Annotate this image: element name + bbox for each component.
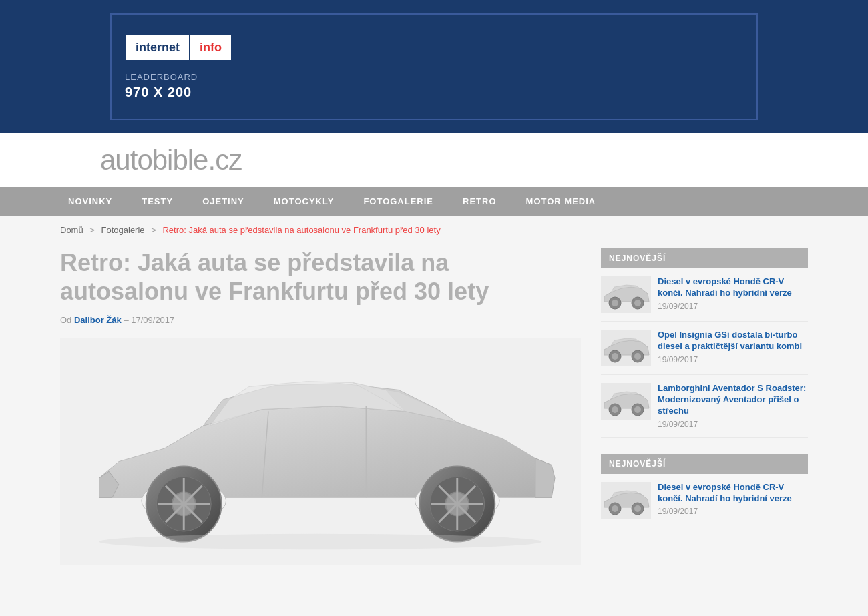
sidebar-news-content-2: Opel Insignia GSi dostala bi-turbo diese… bbox=[658, 330, 808, 364]
breadcrumb-gallery[interactable]: Fotogalerie bbox=[101, 225, 145, 235]
main-nav: NOVINKY TESTY OJETINY MOTOCYKLY FOTOGALE… bbox=[0, 187, 868, 216]
nav-item-novinky[interactable]: NOVINKY bbox=[53, 187, 127, 216]
sidebar-news-item-1: Diesel v evropské Hondě CR-V končí. Nahr… bbox=[601, 268, 808, 322]
sidebar-news-item-4: Diesel v evropské Hondě CR-V končí. Nahr… bbox=[601, 474, 808, 527]
sidebar-thumb-1 bbox=[601, 276, 651, 313]
site-title-text: autobible bbox=[100, 144, 208, 176]
breadcrumb-current: Retro: Jaká auta se představila na autos… bbox=[162, 225, 440, 235]
site-header: autobible.cz bbox=[0, 133, 868, 187]
logo-internet: internet bbox=[125, 34, 190, 61]
sidebar-section-2: NEJNOVĚJŠÍ bbox=[601, 454, 808, 527]
sidebar-news-date-4: 19/09/2017 bbox=[658, 507, 808, 516]
breadcrumb-home[interactable]: Domů bbox=[60, 225, 83, 235]
article-car-image bbox=[60, 338, 581, 565]
article-date: 17/09/2017 bbox=[131, 315, 174, 325]
nav-item-testy[interactable]: TESTY bbox=[127, 187, 188, 216]
sidebar-news-content-4: Diesel v evropské Hondě CR-V končí. Nahr… bbox=[658, 482, 808, 517]
page-layout: Retro: Jaká auta se představila na autos… bbox=[60, 242, 808, 579]
sidebar-heading-2: NEJNOVĚJŠÍ bbox=[601, 454, 808, 474]
sidebar-news-content-3: Lamborghini Aventador S Roadster: Modern… bbox=[658, 383, 808, 429]
breadcrumb-sep2: > bbox=[151, 225, 156, 235]
sidebar-news-title-3[interactable]: Lamborghini Aventador S Roadster: Modern… bbox=[658, 383, 808, 417]
sidebar-news-date-1: 19/09/2017 bbox=[658, 302, 808, 311]
sidebar-news-title-4[interactable]: Diesel v evropské Hondě CR-V končí. Nahr… bbox=[658, 482, 808, 505]
nav-item-motocykly[interactable]: MOTOCYKLY bbox=[259, 187, 349, 216]
nav-item-motor-media[interactable]: MOTOR MEDIA bbox=[511, 187, 611, 216]
ad-logo: internet info bbox=[125, 34, 743, 61]
sidebar-news-content-1: Diesel v evropské Hondě CR-V končí. Nahr… bbox=[658, 276, 808, 311]
ad-banner: internet info LEADERBOARD 970 X 200 bbox=[0, 0, 868, 133]
site-title-suffix: .cz bbox=[208, 144, 242, 176]
article-meta-prefix: Od bbox=[60, 315, 71, 325]
svg-point-23 bbox=[634, 300, 641, 306]
svg-point-18 bbox=[99, 534, 542, 549]
svg-point-21 bbox=[612, 300, 618, 306]
sidebar-thumb-3 bbox=[601, 383, 651, 420]
svg-point-38 bbox=[634, 505, 641, 512]
ad-label: LEADERBOARD bbox=[125, 72, 743, 82]
nav-item-ojetiny[interactable]: OJETINY bbox=[188, 187, 259, 216]
sidebar-news-date-3: 19/09/2017 bbox=[658, 420, 808, 429]
article-meta: Od Dalibor Žák – 17/09/2017 bbox=[60, 315, 581, 325]
sidebar-heading-1: NEJNOVĚJŠÍ bbox=[601, 248, 808, 268]
sidebar: NEJNOVĚJŠÍ bbox=[601, 248, 808, 565]
main-article: Retro: Jaká auta se představila na autos… bbox=[60, 248, 581, 565]
article-title: Retro: Jaká auta se představila na autos… bbox=[60, 248, 581, 306]
sidebar-section-1: NEJNOVĚJŠÍ bbox=[601, 248, 808, 438]
svg-point-26 bbox=[612, 353, 618, 360]
sidebar-news-title-1[interactable]: Diesel v evropské Hondě CR-V končí. Nahr… bbox=[658, 276, 808, 299]
ad-size: 970 X 200 bbox=[125, 85, 743, 100]
svg-point-31 bbox=[612, 406, 618, 413]
svg-point-28 bbox=[634, 353, 641, 360]
sidebar-news-date-2: 19/09/2017 bbox=[658, 355, 808, 364]
svg-point-33 bbox=[634, 406, 641, 413]
ad-inner: internet info LEADERBOARD 970 X 200 bbox=[110, 13, 758, 120]
nav-item-fotogalerie[interactable]: FOTOGALERIE bbox=[349, 187, 448, 216]
sidebar-thumb-2 bbox=[601, 330, 651, 366]
nav-item-retro[interactable]: RETRO bbox=[448, 187, 511, 216]
article-meta-dash: – bbox=[124, 315, 131, 325]
breadcrumb: Domů > Fotogalerie > Retro: Jaká auta se… bbox=[60, 216, 808, 242]
site-title: autobible.cz bbox=[100, 144, 768, 176]
logo-info: info bbox=[190, 34, 232, 61]
sidebar-news-item-2: Opel Insignia GSi dostala bi-turbo diese… bbox=[601, 322, 808, 375]
svg-point-36 bbox=[612, 505, 618, 512]
sidebar-thumb-4 bbox=[601, 482, 651, 519]
breadcrumb-sep1: > bbox=[89, 225, 95, 235]
sidebar-news-title-2[interactable]: Opel Insignia GSi dostala bi-turbo diese… bbox=[658, 330, 808, 352]
sidebar-news-item-3: Lamborghini Aventador S Roadster: Modern… bbox=[601, 375, 808, 438]
article-author[interactable]: Dalibor Žák bbox=[74, 315, 122, 325]
